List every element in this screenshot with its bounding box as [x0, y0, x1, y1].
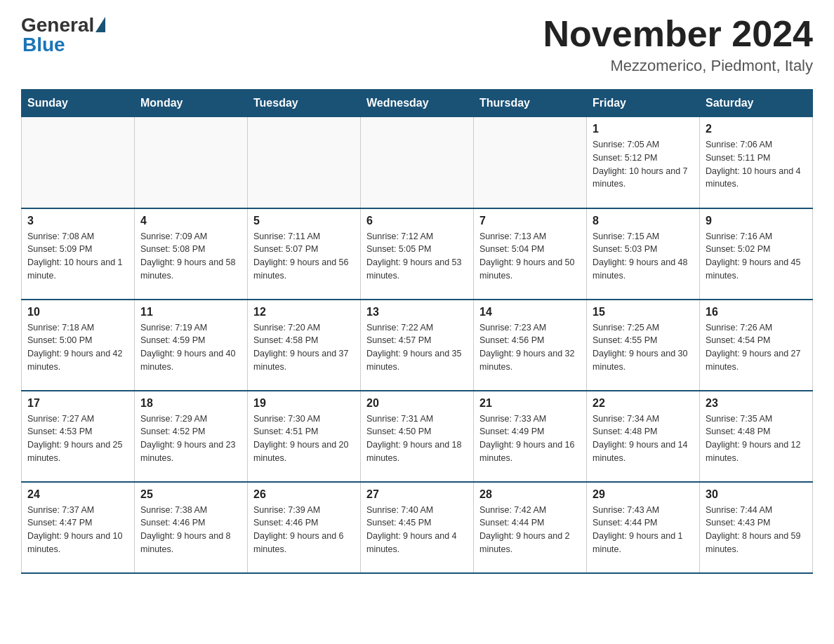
- day-info: Sunrise: 7:43 AM Sunset: 4:44 PM Dayligh…: [593, 504, 694, 556]
- calendar-cell: 17Sunrise: 7:27 AM Sunset: 4:53 PM Dayli…: [22, 391, 135, 482]
- calendar-cell: 6Sunrise: 7:12 AM Sunset: 5:05 PM Daylig…: [361, 208, 474, 300]
- day-number: 9: [706, 215, 807, 227]
- day-info: Sunrise: 7:42 AM Sunset: 4:44 PM Dayligh…: [479, 504, 581, 556]
- location-subtitle: Mezzomerico, Piedmont, Italy: [543, 57, 813, 75]
- day-number: 14: [479, 306, 581, 318]
- calendar-cell: 18Sunrise: 7:29 AM Sunset: 4:52 PM Dayli…: [135, 391, 248, 482]
- day-number: 24: [27, 488, 128, 501]
- calendar-cell: 28Sunrise: 7:42 AM Sunset: 4:44 PM Dayli…: [474, 482, 587, 573]
- day-number: 11: [140, 306, 241, 318]
- calendar-cell: 7Sunrise: 7:13 AM Sunset: 5:04 PM Daylig…: [474, 208, 587, 300]
- calendar-body: 1Sunrise: 7:05 AM Sunset: 5:12 PM Daylig…: [22, 117, 813, 573]
- calendar-cell: 29Sunrise: 7:43 AM Sunset: 4:44 PM Dayli…: [587, 482, 700, 573]
- column-header-saturday: Saturday: [700, 90, 813, 117]
- day-info: Sunrise: 7:31 AM Sunset: 4:50 PM Dayligh…: [366, 412, 468, 465]
- day-number: 20: [366, 397, 468, 410]
- day-info: Sunrise: 7:33 AM Sunset: 4:49 PM Dayligh…: [479, 412, 581, 465]
- day-number: 7: [479, 215, 581, 227]
- calendar-cell: 16Sunrise: 7:26 AM Sunset: 4:54 PM Dayli…: [700, 300, 813, 391]
- day-number: 30: [706, 488, 807, 501]
- day-number: 19: [253, 397, 355, 410]
- day-info: Sunrise: 7:13 AM Sunset: 5:04 PM Dayligh…: [479, 230, 581, 283]
- day-info: Sunrise: 7:09 AM Sunset: 5:08 PM Dayligh…: [140, 230, 241, 283]
- calendar-cell: 20Sunrise: 7:31 AM Sunset: 4:50 PM Dayli…: [361, 391, 474, 482]
- day-info: Sunrise: 7:20 AM Sunset: 4:58 PM Dayligh…: [253, 321, 355, 374]
- calendar-cell: [361, 117, 474, 208]
- day-number: 10: [27, 306, 128, 318]
- logo-blue-text: Blue: [22, 34, 65, 56]
- day-info: Sunrise: 7:05 AM Sunset: 5:12 PM Dayligh…: [593, 138, 694, 191]
- day-info: Sunrise: 7:22 AM Sunset: 4:57 PM Dayligh…: [366, 321, 468, 374]
- week-row-4: 17Sunrise: 7:27 AM Sunset: 4:53 PM Dayli…: [22, 391, 813, 482]
- day-info: Sunrise: 7:26 AM Sunset: 4:54 PM Dayligh…: [706, 321, 807, 374]
- day-number: 27: [366, 488, 468, 501]
- header-row: SundayMondayTuesdayWednesdayThursdayFrid…: [22, 90, 813, 117]
- calendar-cell: 19Sunrise: 7:30 AM Sunset: 4:51 PM Dayli…: [248, 391, 361, 482]
- day-number: 3: [27, 215, 128, 227]
- calendar-cell: 12Sunrise: 7:20 AM Sunset: 4:58 PM Dayli…: [248, 300, 361, 391]
- calendar-cell: 21Sunrise: 7:33 AM Sunset: 4:49 PM Dayli…: [474, 391, 587, 482]
- day-number: 21: [479, 397, 581, 410]
- day-number: 15: [593, 306, 694, 318]
- week-row-1: 1Sunrise: 7:05 AM Sunset: 5:12 PM Daylig…: [22, 117, 813, 208]
- week-row-2: 3Sunrise: 7:08 AM Sunset: 5:09 PM Daylig…: [22, 208, 813, 300]
- calendar-cell: [474, 117, 587, 208]
- day-number: 29: [593, 488, 694, 501]
- day-number: 16: [706, 306, 807, 318]
- day-info: Sunrise: 7:37 AM Sunset: 4:47 PM Dayligh…: [27, 504, 128, 556]
- day-info: Sunrise: 7:38 AM Sunset: 4:46 PM Dayligh…: [140, 504, 241, 556]
- day-number: 8: [593, 215, 694, 227]
- title-block: November 2024 Mezzomerico, Piedmont, Ita…: [543, 14, 813, 75]
- calendar-cell: 15Sunrise: 7:25 AM Sunset: 4:55 PM Dayli…: [587, 300, 700, 391]
- column-header-tuesday: Tuesday: [248, 90, 361, 117]
- calendar-cell: 4Sunrise: 7:09 AM Sunset: 5:08 PM Daylig…: [135, 208, 248, 300]
- calendar-cell: 23Sunrise: 7:35 AM Sunset: 4:48 PM Dayli…: [700, 391, 813, 482]
- calendar-cell: 10Sunrise: 7:18 AM Sunset: 5:00 PM Dayli…: [22, 300, 135, 391]
- day-info: Sunrise: 7:30 AM Sunset: 4:51 PM Dayligh…: [253, 412, 355, 465]
- calendar-table: SundayMondayTuesdayWednesdayThursdayFrid…: [21, 89, 813, 574]
- day-info: Sunrise: 7:08 AM Sunset: 5:09 PM Dayligh…: [27, 230, 128, 283]
- calendar-cell: 14Sunrise: 7:23 AM Sunset: 4:56 PM Dayli…: [474, 300, 587, 391]
- calendar-cell: [22, 117, 135, 208]
- day-info: Sunrise: 7:12 AM Sunset: 5:05 PM Dayligh…: [366, 230, 468, 283]
- day-info: Sunrise: 7:27 AM Sunset: 4:53 PM Dayligh…: [27, 412, 128, 465]
- column-header-sunday: Sunday: [22, 90, 135, 117]
- calendar-cell: 30Sunrise: 7:44 AM Sunset: 4:43 PM Dayli…: [700, 482, 813, 573]
- calendar-cell: 22Sunrise: 7:34 AM Sunset: 4:48 PM Dayli…: [587, 391, 700, 482]
- day-info: Sunrise: 7:18 AM Sunset: 5:00 PM Dayligh…: [27, 321, 128, 374]
- day-info: Sunrise: 7:23 AM Sunset: 4:56 PM Dayligh…: [479, 321, 581, 374]
- month-year-title: November 2024: [543, 14, 813, 54]
- day-number: 25: [140, 488, 241, 501]
- logo-triangle-icon: [95, 17, 105, 32]
- calendar-cell: 24Sunrise: 7:37 AM Sunset: 4:47 PM Dayli…: [22, 482, 135, 573]
- day-info: Sunrise: 7:06 AM Sunset: 5:11 PM Dayligh…: [706, 138, 807, 191]
- day-number: 23: [706, 397, 807, 410]
- day-info: Sunrise: 7:39 AM Sunset: 4:46 PM Dayligh…: [253, 504, 355, 556]
- calendar-cell: 2Sunrise: 7:06 AM Sunset: 5:11 PM Daylig…: [700, 117, 813, 208]
- calendar-cell: 5Sunrise: 7:11 AM Sunset: 5:07 PM Daylig…: [248, 208, 361, 300]
- day-number: 13: [366, 306, 468, 318]
- week-row-3: 10Sunrise: 7:18 AM Sunset: 5:00 PM Dayli…: [22, 300, 813, 391]
- calendar-cell: 27Sunrise: 7:40 AM Sunset: 4:45 PM Dayli…: [361, 482, 474, 573]
- calendar-cell: 9Sunrise: 7:16 AM Sunset: 5:02 PM Daylig…: [700, 208, 813, 300]
- day-number: 2: [706, 123, 807, 135]
- day-number: 5: [253, 215, 355, 227]
- day-info: Sunrise: 7:25 AM Sunset: 4:55 PM Dayligh…: [593, 321, 694, 374]
- calendar-cell: [135, 117, 248, 208]
- day-info: Sunrise: 7:16 AM Sunset: 5:02 PM Dayligh…: [706, 230, 807, 283]
- day-info: Sunrise: 7:40 AM Sunset: 4:45 PM Dayligh…: [366, 504, 468, 556]
- calendar-header: SundayMondayTuesdayWednesdayThursdayFrid…: [22, 90, 813, 117]
- day-number: 22: [593, 397, 694, 410]
- day-number: 12: [253, 306, 355, 318]
- day-info: Sunrise: 7:44 AM Sunset: 4:43 PM Dayligh…: [706, 504, 807, 556]
- column-header-thursday: Thursday: [474, 90, 587, 117]
- day-number: 18: [140, 397, 241, 410]
- day-info: Sunrise: 7:19 AM Sunset: 4:59 PM Dayligh…: [140, 321, 241, 374]
- column-header-monday: Monday: [135, 90, 248, 117]
- day-info: Sunrise: 7:15 AM Sunset: 5:03 PM Dayligh…: [593, 230, 694, 283]
- calendar-cell: 13Sunrise: 7:22 AM Sunset: 4:57 PM Dayli…: [361, 300, 474, 391]
- calendar-cell: 8Sunrise: 7:15 AM Sunset: 5:03 PM Daylig…: [587, 208, 700, 300]
- day-info: Sunrise: 7:29 AM Sunset: 4:52 PM Dayligh…: [140, 412, 241, 465]
- calendar-cell: 1Sunrise: 7:05 AM Sunset: 5:12 PM Daylig…: [587, 117, 700, 208]
- day-info: Sunrise: 7:34 AM Sunset: 4:48 PM Dayligh…: [593, 412, 694, 465]
